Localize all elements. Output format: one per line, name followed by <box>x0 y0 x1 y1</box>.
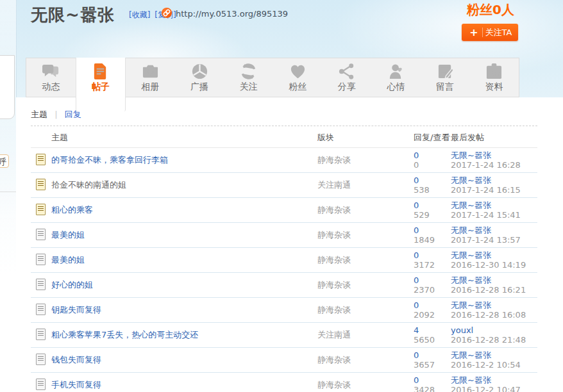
mood-icon <box>387 63 405 80</box>
tab-guestbook[interactable]: 留言 <box>421 58 470 97</box>
lastpost-author-link[interactable]: 无限~嚣张 <box>451 151 537 160</box>
topic-title-link[interactable]: 拾金不昧的南通的姐 <box>51 180 126 190</box>
topic-title-link[interactable]: 好心的的姐 <box>51 280 93 290</box>
lastpost-date: 2016-12-28 21:48 <box>451 335 537 345</box>
topic-forum-link[interactable]: 关注南通 <box>317 330 351 339</box>
topic-title-link[interactable]: 钱包失而复得 <box>51 355 101 364</box>
table-header-row: 主题 版块 回复/查看 最后发帖 <box>31 128 537 148</box>
col-forum: 版块 <box>317 128 414 148</box>
tab-label: 心情 <box>387 81 405 93</box>
tab-posts[interactable]: 帖子 <box>76 58 126 111</box>
tab-label: 资料 <box>485 81 503 93</box>
topic-table-body: 的哥拾金不昧，乘客拿回行李箱 静海杂谈 0 0 无限~嚣张 2017-1-24 … <box>31 148 537 392</box>
profile-url[interactable]: http://my.0513.org/895139 <box>176 9 288 19</box>
subnav-topics[interactable]: 主题 <box>31 110 47 119</box>
call-badge[interactable]: 呼 <box>0 154 9 168</box>
lastpost-date: 2017-1-24 16:28 <box>451 160 537 170</box>
table-row: 的哥拾金不昧，乘客拿回行李箱 静海杂谈 0 0 无限~嚣张 2017-1-24 … <box>31 148 537 173</box>
reply-count: 0 <box>414 300 451 310</box>
view-count: 529 <box>414 210 451 220</box>
reply-count: 0 <box>414 275 451 285</box>
table-row: 手机失而复得 静海杂谈 0 3428 无限~嚣张 2016-12-2 10:47 <box>31 373 537 392</box>
floating-widget-divider <box>0 192 17 192</box>
floating-widget-fragment <box>0 55 15 119</box>
tab-album[interactable]: 相册 <box>126 58 175 97</box>
topic-doc-icon <box>36 154 46 165</box>
tab-label: 粉丝 <box>289 81 307 93</box>
tab-label: 广播 <box>190 81 208 93</box>
album-icon <box>142 63 159 80</box>
tab-following[interactable]: 关注 <box>224 58 273 97</box>
topic-title-link[interactable]: 最美的姐 <box>51 230 85 240</box>
dotted-divider <box>31 126 537 126</box>
lastpost-author-link[interactable]: 无限~嚣张 <box>451 375 537 385</box>
topic-title-link[interactable]: 粗心乘客苹果7丢失，热心的哥主动交还 <box>51 330 198 339</box>
topic-title-link[interactable]: 钥匙失而复得 <box>51 305 101 314</box>
view-count: 3172 <box>414 260 451 270</box>
topics-table: 主题 版块 回复/查看 最后发帖 的哥拾金不昧，乘客拿回行李箱 静海杂谈 0 0… <box>31 128 537 392</box>
topic-title-link[interactable]: 粗心的乘客 <box>51 205 93 215</box>
favorite-link[interactable]: [收藏] <box>129 10 150 19</box>
tab-label: 关注 <box>240 81 258 93</box>
topic-forum-link[interactable]: 静海杂谈 <box>317 255 351 265</box>
topic-forum-link[interactable]: 关注南通 <box>317 180 351 190</box>
tab-share[interactable]: 分享 <box>323 58 372 97</box>
view-count: 0 <box>414 160 451 170</box>
topic-forum-link[interactable]: 静海杂谈 <box>317 305 351 314</box>
topic-doc-icon <box>36 379 46 390</box>
tab-profile[interactable]: 资料 <box>469 58 519 97</box>
lastpost-author-link[interactable]: 无限~嚣张 <box>451 225 537 235</box>
follow-button[interactable]: + 关注TA <box>462 24 518 41</box>
lastpost-author-link[interactable]: 无限~嚣张 <box>451 176 537 185</box>
lastpost-author-link[interactable]: 无限~嚣张 <box>451 300 537 310</box>
tab-fans[interactable]: 粉丝 <box>273 58 323 97</box>
follow-button-label: 关注TA <box>483 27 514 38</box>
tab-mood[interactable]: 心情 <box>371 58 421 97</box>
lastpost-author-link[interactable]: 无限~嚣张 <box>451 200 537 210</box>
profile-tabstrip: 动态 帖子 相册 广播 关注 <box>26 58 519 97</box>
tab-label: 分享 <box>338 81 356 93</box>
table-row: 最美的姐 静海杂谈 0 3172 无限~嚣张 2016-12-30 14:19 <box>31 248 537 273</box>
lastpost-date: 2016-12-30 14:19 <box>451 260 537 270</box>
lastpost-date: 2016-12-2 10:54 <box>451 360 537 370</box>
topic-title-link[interactable]: 的哥拾金不昧，乘客拿回行李箱 <box>51 155 168 165</box>
lastpost-date: 2017-1-24 13:57 <box>451 235 537 245</box>
topic-forum-link[interactable]: 静海杂谈 <box>317 380 351 389</box>
view-count: 5650 <box>414 335 451 345</box>
lastpost-date: 2017-1-24 15:41 <box>451 210 537 220</box>
topic-title-link[interactable]: 最美的姐 <box>51 255 85 265</box>
posts-panel: 主题 | 回复 主题 版块 回复/查看 最后发帖 的哥拾金不昧，乘客拿回行李箱 … <box>16 97 563 392</box>
tab-feed[interactable]: 动态 <box>26 58 76 97</box>
posts-subnav: 主题 | 回复 <box>31 109 81 120</box>
view-count: 3657 <box>414 360 451 370</box>
tab-label: 动态 <box>42 81 60 93</box>
tab-broadcast[interactable]: 广播 <box>175 58 224 97</box>
lastpost-author-link[interactable]: 无限~嚣张 <box>451 350 537 360</box>
reply-count: 0 <box>414 225 451 235</box>
topic-forum-link[interactable]: 静海杂谈 <box>317 155 351 165</box>
tab-label: 相册 <box>141 81 159 93</box>
view-count: 2370 <box>414 285 451 295</box>
lastpost-date: 2016-12-2 10:47 <box>451 385 537 392</box>
fans-icon <box>289 63 307 80</box>
lastpost-author-link[interactable]: 无限~嚣张 <box>451 275 537 285</box>
lastpost-author-link[interactable]: 无限~嚣张 <box>451 250 537 260</box>
topic-forum-link[interactable]: 静海杂谈 <box>317 230 351 240</box>
col-lastpost: 最后发帖 <box>451 128 537 148</box>
reply-count: 4 <box>414 325 451 335</box>
topic-forum-link[interactable]: 静海杂谈 <box>317 205 351 215</box>
subnav-divider: | <box>55 110 57 119</box>
topic-forum-link[interactable]: 静海杂谈 <box>317 280 351 290</box>
plus-icon: + <box>466 28 483 37</box>
reply-count: 0 <box>414 375 451 385</box>
col-replies-views: 回复/查看 <box>414 128 451 148</box>
topic-title-link[interactable]: 手机失而复得 <box>51 380 101 389</box>
lastpost-author-link[interactable]: youxl <box>451 325 537 335</box>
profile-username: 无限~嚣张 <box>31 4 115 26</box>
table-row: 钥匙失而复得 静海杂谈 0 2092 无限~嚣张 2016-12-28 16:0… <box>31 298 537 323</box>
feed-icon <box>42 63 60 80</box>
lastpost-date: 2017-1-24 16:15 <box>451 185 537 195</box>
topic-forum-link[interactable]: 静海杂谈 <box>317 355 351 364</box>
table-row: 拾金不昧的南通的姐 关注南通 0 538 无限~嚣张 2017-1-24 16:… <box>31 173 537 198</box>
topic-doc-icon <box>36 329 46 340</box>
